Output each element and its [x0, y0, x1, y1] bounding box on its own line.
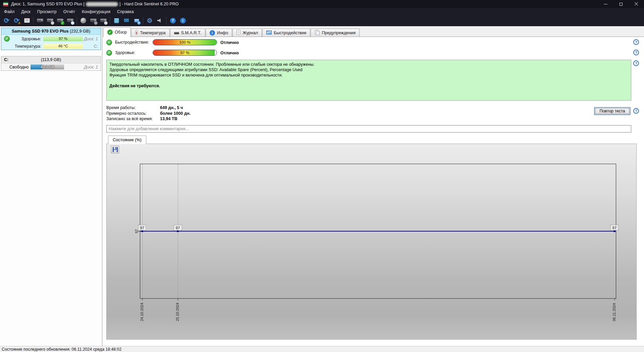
performance-value: 100 % [153, 40, 217, 45]
info-line: Здоровье определяется следующими атрибут… [109, 67, 628, 72]
performance-meter: 100 % [153, 39, 217, 45]
check-circle-icon: ✓ [107, 30, 113, 35]
statusbar: Состояние последнего обновления: 06.11.2… [0, 346, 644, 352]
menu-item-3[interactable]: Просмотр [34, 9, 60, 15]
refresh-warning-icon[interactable]: ⟳⚠ [12, 16, 22, 25]
toolbar: ⟳⟳⚠✓✉⚙?i [0, 15, 644, 26]
window-title: Диск: 1, Samsung SSD 970 EVO Plus [] - H… [11, 2, 178, 6]
help-icon[interactable]: ? [633, 108, 639, 114]
partition-header: C: (113,9 GB) [1, 56, 101, 63]
disk-number: Диск: 1 [84, 65, 98, 69]
save-chart-button[interactable] [111, 146, 119, 153]
disk-check-icon[interactable]: ✓ [55, 16, 65, 25]
health-meter: 97 % [153, 50, 217, 56]
temp-bar: 46 °C [43, 44, 83, 49]
network-icon[interactable] [131, 16, 142, 25]
menu-item-4[interactable]: Отчёт [60, 9, 78, 15]
minimize-button[interactable] [598, 0, 613, 8]
toolbar-separator [110, 17, 110, 24]
stat-label: Время работы: [106, 105, 160, 111]
stat-row: Записано за всё время:13,94 TB [106, 116, 191, 122]
performance-ok-icon: ✓ [106, 40, 112, 45]
chart-tab-state[interactable]: Состояние (%) [108, 136, 146, 144]
disk-health-row: ✓ Здоровье: 97 % Диск: 1 [1, 35, 101, 43]
help-icon[interactable]: ? [168, 16, 178, 25]
disk-clock-icon[interactable] [45, 16, 55, 25]
x-axis-tick [614, 298, 615, 300]
tab-4[interactable]: iИнфо [206, 29, 232, 37]
sidebar: Samsung SSD 970 EVO Plus (232,9 GB) ✓ Зд… [0, 26, 102, 346]
menu-item-2[interactable]: Диск [18, 9, 34, 15]
minimize-icon [604, 4, 607, 4]
speaker-icon[interactable] [155, 16, 165, 25]
toolbar-separator [76, 17, 77, 24]
disk-icon[interactable] [35, 16, 45, 25]
menu-item-6[interactable]: Справка [114, 9, 137, 15]
close-button[interactable] [629, 0, 644, 8]
gear-icon[interactable]: ⚙ [145, 16, 155, 25]
tab-3[interactable]: S.M.A.R.T. [170, 29, 205, 37]
tab-bar: ✓ОбзорТемператураS.M.A.R.T.iИнфоЖурналБы… [103, 26, 644, 37]
tab-1[interactable]: ✓Обзор [103, 27, 131, 37]
help-icon[interactable]: ? [633, 50, 639, 55]
retest-button[interactable]: Повтор теста [594, 107, 630, 115]
help-icon[interactable]: ? [633, 39, 639, 45]
mail-icon[interactable]: ✉ [121, 16, 131, 25]
chart-point-label: 97 [138, 225, 146, 231]
free-space-bar: 83,0 GB [31, 64, 64, 69]
disk-search-icon[interactable] [65, 16, 75, 25]
tab-label: Температура [140, 31, 165, 35]
main-area: Samsung SSD 970 EVO Plus (232,9 GB) ✓ Зд… [0, 26, 644, 346]
disk-size: (232,9 GB) [70, 29, 90, 34]
free-label: Свободно [9, 65, 29, 69]
window-controls [598, 0, 644, 8]
stat-label: Примерно осталось: [106, 111, 160, 116]
health-history-chart: 9724.10.20249725.10.20249706.11.202497 [140, 164, 616, 299]
report-icon[interactable] [22, 16, 32, 25]
maximize-button[interactable] [613, 0, 629, 8]
menu-item-1[interactable]: Файл [1, 9, 18, 15]
menubar: ФайлДискПросмотрОтчётКонфигурацияСправка [0, 8, 644, 15]
sidebar-partition-panel[interactable]: C: (113,9 GB) Свободно 83,0 GB Диск: 1 [1, 56, 101, 71]
tab-7[interactable]: Предупреждения [311, 29, 360, 37]
partition-size: (113,9 GB) [35, 57, 66, 62]
sphere-icon[interactable] [78, 16, 88, 25]
tab-5[interactable]: Журнал [232, 29, 262, 37]
chart-panel: 9724.10.20249725.10.20249706.11.202497 [106, 144, 637, 340]
chart-point-label: 97 [610, 225, 619, 231]
menu-item-5[interactable]: Конфигурация [78, 9, 114, 15]
disk-eject-icon[interactable] [98, 16, 108, 25]
disk-name: Samsung SSD 970 EVO Plus [12, 29, 69, 34]
refresh-icon[interactable]: ⟳ [2, 16, 12, 25]
thermometer-icon [135, 30, 138, 36]
x-axis-tick [142, 298, 143, 300]
disk-shape [37, 19, 43, 22]
date-text: 06.11.2024 [612, 303, 616, 321]
partition-name: C: [4, 57, 35, 62]
health-label: Здоровье: [115, 50, 153, 55]
action-line: Действия не требуются. [109, 83, 628, 89]
free-space-value: 83,0 GB [31, 64, 64, 69]
tab-label: Быстродействие [274, 31, 306, 35]
toolbar-separator [143, 17, 143, 24]
x-axis-date-label: 24.10.2024 [140, 301, 145, 323]
help-icon[interactable]: ? [633, 60, 639, 66]
disk-wrench-icon[interactable] [88, 16, 98, 25]
performance-label: Быстродействие: [115, 40, 153, 45]
status-summary-box: Твердотельный накопитель в ОТЛИЧНОМ сост… [106, 60, 631, 101]
blank-line [109, 78, 628, 83]
save-icon [113, 147, 118, 152]
comment-input[interactable] [106, 125, 631, 133]
health-status: Отлично [220, 50, 239, 55]
sidebar-disk-panel[interactable]: Samsung SSD 970 EVO Plus (232,9 GB) ✓ Зд… [1, 28, 101, 50]
status-text: Состояние последнего обновления: 06.11.2… [2, 347, 121, 352]
info-icon[interactable]: i [178, 16, 188, 25]
tab-label: Обзор [115, 30, 127, 35]
tab-label: Предупреждения [322, 31, 356, 35]
tab-2[interactable]: Температура [131, 29, 169, 37]
titlebar: Диск: 1, Samsung SSD 970 EVO Plus [] - H… [0, 0, 644, 8]
y-axis-label: 97 [135, 227, 139, 236]
tab-6[interactable]: Быстродействие [262, 29, 310, 37]
notes-icon[interactable] [111, 16, 121, 25]
x-axis-tick [178, 298, 178, 300]
